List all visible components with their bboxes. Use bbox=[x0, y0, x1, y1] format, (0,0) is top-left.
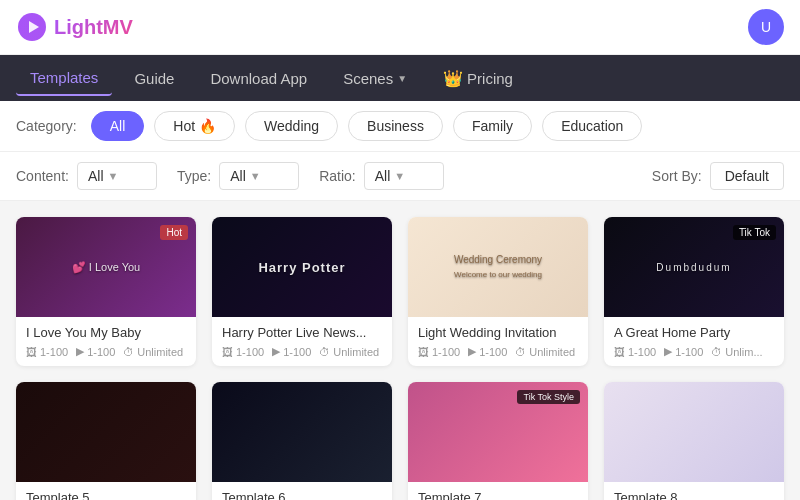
nav-item-guide[interactable]: Guide bbox=[120, 62, 188, 95]
card-title-2: Harry Potter Live News... bbox=[222, 325, 382, 340]
card-play-count-3: ▶ 1-100 bbox=[468, 345, 507, 358]
card-thumb-6 bbox=[212, 382, 392, 482]
card-thumb-2: Harry Potter bbox=[212, 217, 392, 317]
card-thumb-8 bbox=[604, 382, 784, 482]
ratio-filter-select[interactable]: All ▼ bbox=[364, 162, 444, 190]
type-filter-value: All bbox=[230, 168, 246, 184]
card-img-count-3: 🖼 1-100 bbox=[418, 346, 460, 358]
card-info-2: Harry Potter Live News... 🖼 1-100 ▶ 1-10… bbox=[212, 317, 392, 366]
template-card-4[interactable]: Dumbdudum Tik Tok A Great Home Party 🖼 1… bbox=[604, 217, 784, 366]
card-badge-4: Tik Tok bbox=[733, 225, 776, 240]
nav-label-guide: Guide bbox=[134, 70, 174, 87]
card-thumb-3: Wedding CeremonyWelcome to our wedding bbox=[408, 217, 588, 317]
user-avatar[interactable]: U bbox=[748, 9, 784, 45]
card-meta-3: 🖼 1-100 ▶ 1-100 ⏱ Unlimited bbox=[418, 345, 578, 358]
card-img-count-4: 🖼 1-100 bbox=[614, 346, 656, 358]
card-title-3: Light Wedding Invitation bbox=[418, 325, 578, 340]
logo-text: LightMV bbox=[54, 16, 133, 39]
card-info-3: Light Wedding Invitation 🖼 1-100 ▶ 1-100… bbox=[408, 317, 588, 366]
cat-btn-all[interactable]: All bbox=[91, 111, 145, 141]
card-meta-1: 🖼 1-100 ▶ 1-100 ⏱ Unlimited bbox=[26, 345, 186, 358]
user-initial: U bbox=[761, 19, 771, 35]
template-card-3[interactable]: Wedding CeremonyWelcome to our wedding L… bbox=[408, 217, 588, 366]
template-card-7[interactable]: Tik Tok Style Template 7 bbox=[408, 382, 588, 500]
card-info-4: A Great Home Party 🖼 1-100 ▶ 1-100 ⏱ Unl… bbox=[604, 317, 784, 366]
card-info-5: Template 5 bbox=[16, 482, 196, 500]
content-filter-value: All bbox=[88, 168, 104, 184]
main-nav: Templates Guide Download App Scenes ▼ 👑 … bbox=[0, 55, 800, 101]
template-card-6[interactable]: Template 6 bbox=[212, 382, 392, 500]
ratio-filter-value: All bbox=[375, 168, 391, 184]
card-thumb-text-2: Harry Potter bbox=[254, 256, 349, 279]
nav-item-download[interactable]: Download App bbox=[196, 62, 321, 95]
cat-btn-hot[interactable]: Hot 🔥 bbox=[154, 111, 235, 141]
logo-icon bbox=[16, 11, 48, 43]
card-thumb-text-4: Dumbdudum bbox=[652, 258, 735, 277]
header: LightMV U bbox=[0, 0, 800, 55]
category-label: Category: bbox=[16, 118, 77, 134]
logo[interactable]: LightMV bbox=[16, 11, 133, 43]
card-duration-3: ⏱ Unlimited bbox=[515, 346, 575, 358]
type-filter-select[interactable]: All ▼ bbox=[219, 162, 299, 190]
nav-label-download: Download App bbox=[210, 70, 307, 87]
card-info-7: Template 7 bbox=[408, 482, 588, 500]
card-title-8: Template 8 bbox=[614, 490, 774, 500]
type-filter-group: Type: All ▼ bbox=[177, 162, 299, 190]
template-card-2[interactable]: Harry Potter Harry Potter Live News... 🖼… bbox=[212, 217, 392, 366]
card-title-7: Template 7 bbox=[418, 490, 578, 500]
cat-btn-business[interactable]: Business bbox=[348, 111, 443, 141]
template-grid: 💕 I Love You Hot I Love You My Baby 🖼 1-… bbox=[0, 201, 800, 500]
card-play-count-1: ▶ 1-100 bbox=[76, 345, 115, 358]
type-filter-arrow: ▼ bbox=[250, 170, 261, 182]
filter-bar: Content: All ▼ Type: All ▼ Ratio: All ▼ … bbox=[0, 152, 800, 201]
sort-group: Sort By: Default bbox=[652, 162, 784, 190]
nav-label-pricing: Pricing bbox=[467, 70, 513, 87]
sort-select[interactable]: Default bbox=[710, 162, 784, 190]
card-info-1: I Love You My Baby 🖼 1-100 ▶ 1-100 ⏱ Unl… bbox=[16, 317, 196, 366]
card-title-5: Template 5 bbox=[26, 490, 186, 500]
crown-icon: 👑 bbox=[443, 69, 463, 88]
card-badge-1: Hot bbox=[160, 225, 188, 240]
template-card-8[interactable]: Template 8 bbox=[604, 382, 784, 500]
content-filter-select[interactable]: All ▼ bbox=[77, 162, 157, 190]
nav-item-pricing[interactable]: 👑 Pricing bbox=[429, 61, 527, 96]
card-meta-4: 🖼 1-100 ▶ 1-100 ⏱ Unlim... bbox=[614, 345, 774, 358]
content-filter-arrow: ▼ bbox=[108, 170, 119, 182]
scenes-dropdown-arrow: ▼ bbox=[397, 73, 407, 84]
card-play-count-2: ▶ 1-100 bbox=[272, 345, 311, 358]
cat-btn-education[interactable]: Education bbox=[542, 111, 642, 141]
ratio-filter-label: Ratio: bbox=[319, 168, 356, 184]
card-img-count-1: 🖼 1-100 bbox=[26, 346, 68, 358]
card-thumb-text-1: 💕 I Love You bbox=[68, 257, 144, 278]
fire-icon: 🔥 bbox=[199, 118, 216, 134]
nav-label-templates: Templates bbox=[30, 69, 98, 86]
card-thumb-4: Dumbdudum Tik Tok bbox=[604, 217, 784, 317]
cat-btn-family[interactable]: Family bbox=[453, 111, 532, 141]
card-title-6: Template 6 bbox=[222, 490, 382, 500]
card-info-8: Template 8 bbox=[604, 482, 784, 500]
card-thumb-7: Tik Tok Style bbox=[408, 382, 588, 482]
nav-item-templates[interactable]: Templates bbox=[16, 61, 112, 96]
ratio-filter-arrow: ▼ bbox=[394, 170, 405, 182]
cat-btn-wedding[interactable]: Wedding bbox=[245, 111, 338, 141]
card-title-1: I Love You My Baby bbox=[26, 325, 186, 340]
template-card-5[interactable]: Template 5 bbox=[16, 382, 196, 500]
card-thumb-1: 💕 I Love You Hot bbox=[16, 217, 196, 317]
content-filter-label: Content: bbox=[16, 168, 69, 184]
nav-item-scenes[interactable]: Scenes ▼ bbox=[329, 62, 421, 95]
card-play-count-4: ▶ 1-100 bbox=[664, 345, 703, 358]
nav-label-scenes: Scenes bbox=[343, 70, 393, 87]
card-duration-2: ⏱ Unlimited bbox=[319, 346, 379, 358]
type-filter-label: Type: bbox=[177, 168, 211, 184]
category-bar: Category: All Hot 🔥 Wedding Business Fam… bbox=[0, 101, 800, 152]
card-info-6: Template 6 bbox=[212, 482, 392, 500]
card-duration-4: ⏱ Unlim... bbox=[711, 346, 762, 358]
template-card-1[interactable]: 💕 I Love You Hot I Love You My Baby 🖼 1-… bbox=[16, 217, 196, 366]
card-title-4: A Great Home Party bbox=[614, 325, 774, 340]
sort-label: Sort By: bbox=[652, 168, 702, 184]
card-thumb-text-3: Wedding CeremonyWelcome to our wedding bbox=[450, 249, 546, 285]
card-duration-1: ⏱ Unlimited bbox=[123, 346, 183, 358]
ratio-filter-group: Ratio: All ▼ bbox=[319, 162, 444, 190]
card-meta-2: 🖼 1-100 ▶ 1-100 ⏱ Unlimited bbox=[222, 345, 382, 358]
card-img-count-2: 🖼 1-100 bbox=[222, 346, 264, 358]
